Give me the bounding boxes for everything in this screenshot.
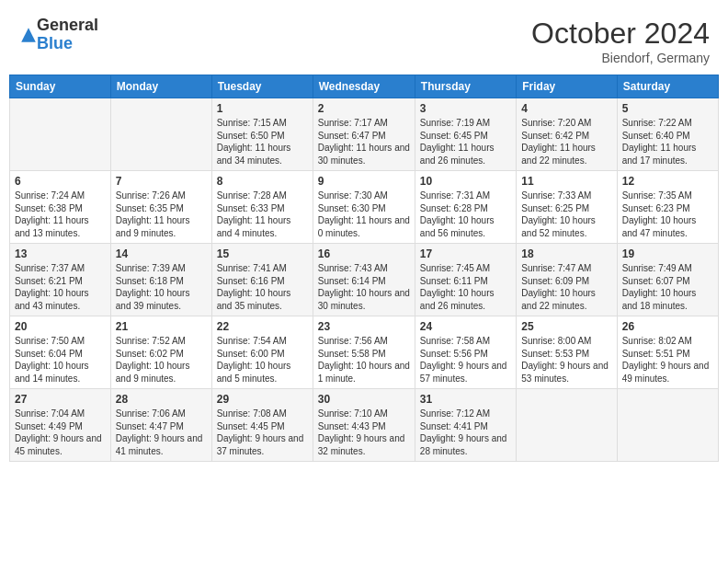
day-number: 23 (318, 320, 410, 333)
logo-blue-text: Blue (37, 35, 98, 53)
calendar-day-cell: 25Sunrise: 8:00 AMSunset: 5:53 PMDayligh… (517, 316, 617, 389)
calendar-day-cell: 4Sunrise: 7:20 AMSunset: 6:42 PMDaylight… (517, 98, 617, 171)
calendar-day-cell: 11Sunrise: 7:33 AMSunset: 6:25 PMDayligh… (517, 171, 617, 244)
day-info: Sunrise: 7:54 AMSunset: 6:00 PMDaylight:… (217, 335, 308, 385)
calendar-day-cell: 21Sunrise: 7:52 AMSunset: 6:02 PMDayligh… (110, 316, 211, 389)
day-info: Sunrise: 7:37 AMSunset: 6:21 PMDaylight:… (15, 262, 106, 312)
calendar-week-row: 1Sunrise: 7:15 AMSunset: 6:50 PMDaylight… (10, 98, 719, 171)
day-number: 13 (15, 247, 106, 260)
calendar-day-cell: 30Sunrise: 7:10 AMSunset: 4:43 PMDayligh… (313, 389, 415, 462)
svg-marker-0 (21, 28, 36, 42)
day-number: 27 (15, 393, 106, 406)
calendar-day-cell: 14Sunrise: 7:39 AMSunset: 6:18 PMDayligh… (110, 244, 211, 316)
calendar-day-cell: 23Sunrise: 7:56 AMSunset: 5:58 PMDayligh… (313, 316, 415, 389)
day-info: Sunrise: 7:08 AMSunset: 4:45 PMDaylight:… (217, 408, 308, 457)
day-info: Sunrise: 7:39 AMSunset: 6:18 PMDaylight:… (116, 262, 207, 312)
day-info: Sunrise: 7:04 AMSunset: 4:49 PMDaylight:… (15, 408, 106, 457)
day-number: 10 (420, 175, 511, 188)
calendar-day-cell: 5Sunrise: 7:22 AMSunset: 6:40 PMDaylight… (617, 98, 718, 171)
day-number: 14 (116, 247, 207, 260)
day-info: Sunrise: 7:58 AMSunset: 5:56 PMDaylight:… (420, 335, 511, 385)
day-info: Sunrise: 7:47 AMSunset: 6:09 PMDaylight:… (521, 262, 611, 312)
calendar-day-header: Thursday (415, 75, 516, 98)
day-number: 11 (521, 175, 611, 188)
day-number: 4 (521, 102, 611, 115)
logo-text: General Blue (37, 17, 98, 53)
calendar-day-cell: 16Sunrise: 7:43 AMSunset: 6:14 PMDayligh… (313, 244, 415, 316)
calendar-day-cell (517, 389, 617, 462)
day-info: Sunrise: 7:43 AMSunset: 6:14 PMDaylight:… (318, 262, 410, 312)
day-number: 21 (116, 320, 207, 333)
day-number: 31 (420, 393, 511, 406)
day-info: Sunrise: 7:15 AMSunset: 6:50 PMDaylight:… (217, 117, 308, 167)
calendar-week-row: 13Sunrise: 7:37 AMSunset: 6:21 PMDayligh… (10, 244, 719, 316)
day-info: Sunrise: 7:24 AMSunset: 6:38 PMDaylight:… (15, 190, 106, 239)
logo: General Blue (18, 17, 98, 53)
day-info: Sunrise: 7:06 AMSunset: 4:47 PMDaylight:… (116, 408, 207, 457)
day-number: 22 (217, 320, 308, 333)
logo-general-text: General (37, 17, 98, 35)
day-number: 24 (420, 320, 511, 333)
calendar-day-cell: 2Sunrise: 7:17 AMSunset: 6:47 PMDaylight… (313, 98, 415, 171)
day-info: Sunrise: 7:30 AMSunset: 6:30 PMDaylight:… (318, 190, 410, 239)
calendar-day-cell: 18Sunrise: 7:47 AMSunset: 6:09 PMDayligh… (517, 244, 617, 316)
calendar-day-cell: 13Sunrise: 7:37 AMSunset: 6:21 PMDayligh… (10, 244, 111, 316)
location-title: Biendorf, Germany (531, 51, 710, 65)
calendar-day-cell: 17Sunrise: 7:45 AMSunset: 6:11 PMDayligh… (415, 244, 516, 316)
calendar-day-cell: 28Sunrise: 7:06 AMSunset: 4:47 PMDayligh… (110, 389, 211, 462)
calendar-header-row: SundayMondayTuesdayWednesdayThursdayFrid… (10, 75, 719, 98)
day-info: Sunrise: 7:28 AMSunset: 6:33 PMDaylight:… (217, 190, 308, 239)
day-number: 25 (521, 320, 611, 333)
day-number: 2 (318, 102, 410, 115)
calendar-day-cell: 8Sunrise: 7:28 AMSunset: 6:33 PMDaylight… (211, 171, 313, 244)
day-number: 17 (420, 247, 511, 260)
calendar-day-cell: 27Sunrise: 7:04 AMSunset: 4:49 PMDayligh… (10, 389, 111, 462)
day-info: Sunrise: 7:52 AMSunset: 6:02 PMDaylight:… (116, 335, 207, 385)
calendar-day-cell: 29Sunrise: 7:08 AMSunset: 4:45 PMDayligh… (211, 389, 313, 462)
calendar-day-cell: 31Sunrise: 7:12 AMSunset: 4:41 PMDayligh… (415, 389, 516, 462)
day-number: 12 (622, 175, 713, 188)
calendar-day-cell (617, 389, 718, 462)
calendar-day-cell: 19Sunrise: 7:49 AMSunset: 6:07 PMDayligh… (617, 244, 718, 316)
day-number: 1 (217, 102, 308, 115)
calendar-day-header: Saturday (617, 75, 718, 98)
calendar-day-header: Sunday (10, 75, 111, 98)
day-info: Sunrise: 7:50 AMSunset: 6:04 PMDaylight:… (15, 335, 106, 385)
calendar-week-row: 27Sunrise: 7:04 AMSunset: 4:49 PMDayligh… (10, 389, 719, 462)
calendar-day-cell (110, 98, 211, 171)
calendar-day-header: Monday (110, 75, 211, 98)
day-number: 28 (116, 393, 207, 406)
calendar-day-cell (10, 98, 111, 171)
title-block: October 2024 Biendorf, Germany (531, 17, 710, 65)
calendar-day-cell: 1Sunrise: 7:15 AMSunset: 6:50 PMDaylight… (211, 98, 313, 171)
day-number: 9 (318, 175, 410, 188)
day-info: Sunrise: 7:45 AMSunset: 6:11 PMDaylight:… (420, 262, 511, 312)
month-title: October 2024 (531, 17, 710, 51)
day-info: Sunrise: 7:19 AMSunset: 6:45 PMDaylight:… (420, 117, 511, 167)
day-info: Sunrise: 7:35 AMSunset: 6:23 PMDaylight:… (622, 190, 713, 239)
day-info: Sunrise: 7:31 AMSunset: 6:28 PMDaylight:… (420, 190, 511, 239)
day-info: Sunrise: 7:10 AMSunset: 4:43 PMDaylight:… (318, 408, 410, 457)
day-number: 6 (15, 175, 106, 188)
day-number: 30 (318, 393, 410, 406)
calendar-day-header: Tuesday (211, 75, 313, 98)
calendar-day-cell: 3Sunrise: 7:19 AMSunset: 6:45 PMDaylight… (415, 98, 516, 171)
calendar-week-row: 6Sunrise: 7:24 AMSunset: 6:38 PMDaylight… (10, 171, 719, 244)
day-number: 26 (622, 320, 713, 333)
day-info: Sunrise: 7:33 AMSunset: 6:25 PMDaylight:… (521, 190, 611, 239)
day-info: Sunrise: 7:56 AMSunset: 5:58 PMDaylight:… (318, 335, 410, 385)
calendar-day-cell: 10Sunrise: 7:31 AMSunset: 6:28 PMDayligh… (415, 171, 516, 244)
day-info: Sunrise: 7:20 AMSunset: 6:42 PMDaylight:… (521, 117, 611, 167)
calendar-day-cell: 26Sunrise: 8:02 AMSunset: 5:51 PMDayligh… (617, 316, 718, 389)
day-info: Sunrise: 7:22 AMSunset: 6:40 PMDaylight:… (622, 117, 713, 167)
day-info: Sunrise: 8:02 AMSunset: 5:51 PMDaylight:… (622, 335, 713, 385)
calendar-day-cell: 20Sunrise: 7:50 AMSunset: 6:04 PMDayligh… (10, 316, 111, 389)
day-number: 7 (116, 175, 207, 188)
day-number: 29 (217, 393, 308, 406)
day-info: Sunrise: 7:17 AMSunset: 6:47 PMDaylight:… (318, 117, 410, 167)
day-number: 16 (318, 247, 410, 260)
day-number: 20 (15, 320, 106, 333)
day-info: Sunrise: 7:12 AMSunset: 4:41 PMDaylight:… (420, 408, 511, 457)
day-info: Sunrise: 8:00 AMSunset: 5:53 PMDaylight:… (521, 335, 611, 385)
calendar-day-cell: 24Sunrise: 7:58 AMSunset: 5:56 PMDayligh… (415, 316, 516, 389)
